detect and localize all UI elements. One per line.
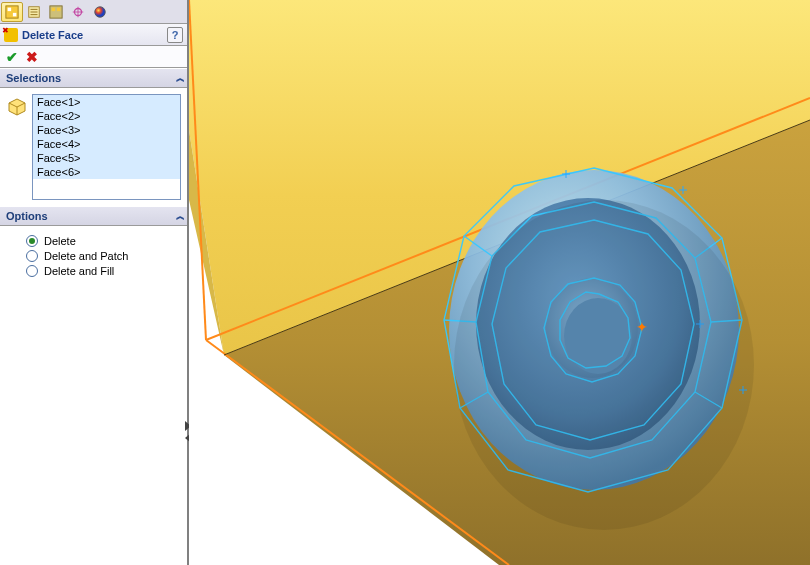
property-manager-icon [27,5,41,19]
options-header[interactable]: Options ︽ [0,206,187,226]
radio-label: Delete and Fill [44,265,114,277]
dimxpert-icon [71,5,85,19]
radio-label: Delete and Patch [44,250,128,262]
radio-icon [26,250,38,262]
selections-label: Selections [6,72,61,84]
confirm-row: ✔ ✖ [0,46,187,68]
tab-configuration-manager[interactable] [45,2,67,22]
face-selection-icon [6,96,28,118]
option-delete-and-patch[interactable]: Delete and Patch [26,250,179,262]
help-button[interactable]: ? [167,27,183,43]
selections-header[interactable]: Selections ︽ [0,68,187,88]
options-body: Delete Delete and Patch Delete and Fill [0,226,187,292]
3d-scene [189,0,810,565]
list-item[interactable]: Face<3> [33,123,180,137]
svg-rect-6 [57,7,61,11]
options-label: Options [6,210,48,222]
svg-rect-1 [8,7,12,11]
tab-dimxpert[interactable] [67,2,89,22]
list-item[interactable]: Face<5> [33,151,180,165]
list-item[interactable]: Face<6> [33,165,180,179]
tab-display-manager[interactable] [89,2,111,22]
ok-button[interactable]: ✔ [6,49,18,65]
collapse-icon: ︽ [176,210,181,223]
panel-tab-bar [0,0,187,24]
option-delete-and-fill[interactable]: Delete and Fill [26,265,179,277]
origin-marker-icon: ✦ [636,319,648,335]
feature-manager-panel: Delete Face ? ✔ ✖ Selections ︽ Face<1> F… [0,0,189,565]
display-manager-icon [93,5,107,19]
3d-viewport[interactable]: + baseframe_& (Default<<D... [189,0,810,565]
svg-point-25 [454,200,754,530]
list-item[interactable]: Face<1> [33,95,180,109]
svg-rect-5 [52,7,56,11]
feature-tree-icon [5,5,19,19]
list-item[interactable]: Face<4> [33,137,180,151]
selected-faces-list[interactable]: Face<1> Face<2> Face<3> Face<4> Face<5> … [32,94,181,200]
configuration-icon [49,5,63,19]
svg-rect-2 [13,12,17,16]
command-title: Delete Face [22,29,167,41]
radio-icon [26,235,38,247]
cancel-button[interactable]: ✖ [26,49,38,65]
tab-property-manager[interactable] [23,2,45,22]
selections-body: Face<1> Face<2> Face<3> Face<4> Face<5> … [0,88,187,206]
option-delete[interactable]: Delete [26,235,179,247]
svg-point-8 [95,6,106,17]
list-item[interactable]: Face<2> [33,109,180,123]
command-title-bar: Delete Face ? [0,24,187,46]
tab-feature-tree[interactable] [1,2,23,22]
radio-icon [26,265,38,277]
radio-label: Delete [44,235,76,247]
collapse-icon: ︽ [176,72,181,85]
delete-face-icon [4,28,18,42]
